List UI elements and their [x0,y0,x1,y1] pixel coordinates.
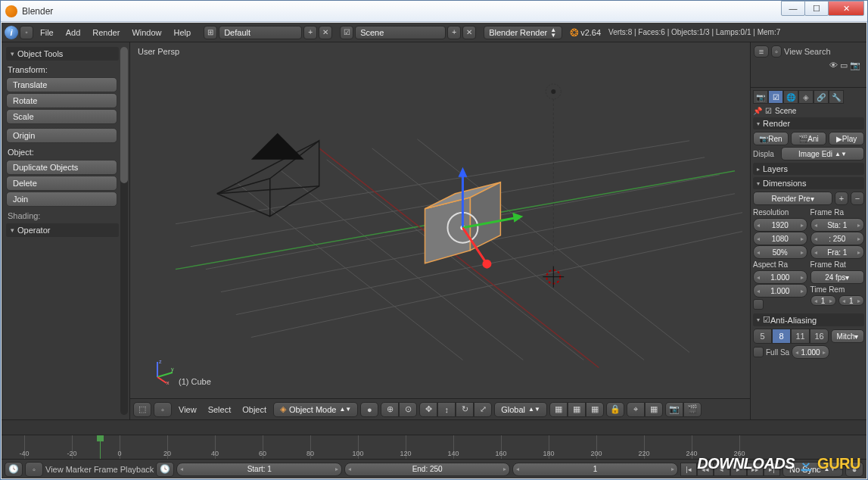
fps-dropdown[interactable]: 24 fps ▾ [810,270,865,284]
collapse-icon[interactable]: ◦ [154,402,172,417]
restrict-render-icon[interactable]: 📷 [850,61,860,70]
pivot-individual-icon[interactable]: ⊙ [399,402,417,417]
translate-button[interactable]: Translate [6,77,117,92]
collapse-menus-icon[interactable]: ◦ [20,26,33,39]
layout-delete-icon[interactable]: ✕ [319,26,332,39]
operator-header[interactable]: Operator [6,223,119,237]
render-preset-dropdown[interactable]: Render Pre ▾ [753,192,832,205]
mode-dropdown[interactable]: ◈ Object Mode ▲▼ [273,402,358,417]
layer-buttons[interactable]: ▦▦▦ [549,402,604,417]
close-button[interactable]: ✕ [828,1,864,16]
use-preview-range-icon[interactable]: 🕓 [156,462,174,477]
frame-start-field[interactable]: Sta: 1 [810,218,865,232]
tab-constraints-icon[interactable]: 🔗 [814,90,829,104]
dimensions-panel-header[interactable]: Dimensions [753,177,864,189]
vp-menu-view[interactable]: View [174,403,201,416]
aspect-x-field[interactable]: 1.000 [753,270,807,284]
frame-end-field[interactable]: : 250 [810,232,865,245]
scene-delete-icon[interactable]: ✕ [462,26,476,39]
tab-scene-icon[interactable]: ☑ [768,90,783,104]
vp-menu-object[interactable]: Object [238,403,271,416]
aa-panel-header[interactable]: ☑ Anti-Aliasing [753,313,864,326]
timeline-collapse-icon[interactable]: ◦ [25,462,43,477]
res-x-field[interactable]: 1920 [753,218,807,232]
preset-add-icon[interactable]: + [835,192,848,205]
vp-menu-select[interactable]: Select [204,403,236,416]
manipulator-rotate-icon[interactable]: ↻ [456,402,474,417]
tl-menu-view[interactable]: View [45,465,64,474]
menu-add[interactable]: Add [61,26,86,39]
snap-type-icon[interactable]: ▦ [645,402,663,417]
filter-size-field[interactable]: 1.000 [792,345,829,359]
duplicate-button[interactable]: Duplicate Objects [6,160,117,175]
maximize-button[interactable]: ☐ [804,1,829,16]
layers-panel-header[interactable]: Layers [753,163,864,175]
outliner-collapse-icon[interactable]: ◦ [771,45,782,58]
object-tools-header[interactable]: Object Tools [6,47,119,61]
snap-icon[interactable]: ⌖ [627,402,645,417]
screen-layout-dropdown[interactable]: Default [219,26,302,39]
minimize-button[interactable]: — [781,1,805,16]
display-dropdown[interactable]: Image Edi ▲▼ [781,147,864,161]
scene-browse-icon[interactable]: ☑ [340,26,353,39]
time-new-field[interactable]: 1 [838,295,864,306]
full-sample-checkbox[interactable] [753,347,764,357]
render-engine-dropdown[interactable]: Blender Render ▲▼ [484,26,562,39]
frame-step-field[interactable]: Fra: 1 [810,245,865,259]
rotate-button[interactable]: Rotate [6,93,117,108]
aa-11-button[interactable]: 11 [791,329,810,344]
pin-icon[interactable]: 📌 [753,107,762,115]
render-preview-icon[interactable]: 📷 [665,402,683,417]
end-frame-field[interactable]: End: 250 [344,463,510,476]
render-play-button[interactable]: ▶Play [829,132,864,145]
manipulator-translate-icon[interactable]: ↕ [437,402,456,417]
menu-window[interactable]: Window [126,26,166,39]
join-button[interactable]: Join [6,192,117,207]
aa-filter-dropdown[interactable]: Mitch ▾ [831,329,864,343]
manipulator-scale-icon[interactable]: ⤢ [474,402,492,417]
toolbox-scrollbar-thumb[interactable] [120,47,128,183]
layout-browse-icon[interactable]: ⊞ [204,26,217,39]
tl-menu-playback[interactable]: Playback [120,465,154,474]
render-anim-button[interactable]: 🎬Ani [791,132,826,145]
menu-help[interactable]: Help [169,26,197,39]
delete-button[interactable]: Delete [6,176,117,191]
tl-menu-frame[interactable]: Frame [94,465,118,474]
tab-world-icon[interactable]: 🌐 [783,90,798,104]
timeline-editor-icon[interactable]: 🕓 [5,462,23,477]
aa-8-button[interactable]: 8 [772,329,791,344]
manipulator-toggle-icon[interactable]: ✥ [419,402,437,417]
shading-dropdown-icon[interactable]: ● [360,402,378,417]
outliner-editor-icon[interactable]: ≡ [754,45,769,58]
scale-button[interactable]: Scale [6,109,117,124]
preset-remove-icon[interactable]: − [851,192,864,205]
editor-type-icon[interactable]: ⬚ [133,402,151,417]
tl-menu-marker[interactable]: Marker [66,465,92,474]
pivot-icon[interactable]: ⊕ [381,402,399,417]
res-pct-field[interactable]: 50% [753,245,807,259]
render-panel-header[interactable]: Render [753,117,864,129]
jump-start-icon[interactable]: |◂ [680,463,697,476]
layout-add-icon[interactable]: + [303,26,317,39]
menu-file[interactable]: File [35,26,59,39]
outliner-search[interactable]: Search [804,47,831,56]
tab-object-icon[interactable]: ◈ [798,90,814,104]
res-y-field[interactable]: 1080 [753,232,807,245]
outliner-view[interactable]: View [784,47,802,56]
info-editor-icon[interactable]: i [5,26,18,39]
render-image-button[interactable]: 📷Ren [753,132,789,145]
start-frame-field[interactable]: Start: 1 [176,463,342,476]
scene-dropdown[interactable]: Scene [355,26,446,39]
border-checkbox[interactable] [753,299,764,310]
restrict-select-icon[interactable]: ▭ [840,61,848,70]
scene-add-icon[interactable]: + [447,26,461,39]
aspect-y-field[interactable]: 1.000 [753,284,807,298]
tab-modifiers-icon[interactable]: 🔧 [829,90,844,104]
menu-render[interactable]: Render [87,26,125,39]
restrict-view-icon[interactable]: 👁 [829,61,838,70]
origin-button[interactable]: Origin [6,128,117,143]
aa-5-button[interactable]: 5 [753,329,772,344]
timeline-playhead[interactable] [100,435,101,459]
orientation-dropdown[interactable]: Global ▲▼ [494,402,547,417]
aa-16-button[interactable]: 16 [810,329,829,344]
